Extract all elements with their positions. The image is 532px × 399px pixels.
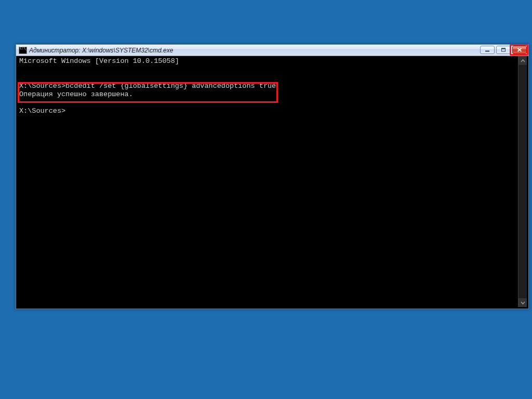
scroll-up-button[interactable]: [518, 56, 527, 65]
console-line: X:\Sources>bcdedit /set {globalsettings}…: [19, 82, 276, 90]
cmd-icon: [19, 47, 27, 54]
chevron-up-icon: [521, 59, 525, 62]
window-buttons: [480, 46, 527, 54]
close-button[interactable]: [512, 46, 527, 54]
console-body: Microsoft Windows [Version 10.0.15058] X…: [18, 56, 527, 307]
console-line: X:\Sources>: [19, 107, 65, 115]
window-title: Администратор: X:\windows\SYSTEM32\cmd.e…: [29, 47, 528, 54]
titlebar[interactable]: Администратор: X:\windows\SYSTEM32\cmd.e…: [16, 45, 528, 56]
close-icon: [517, 48, 522, 52]
minimize-icon: [485, 48, 490, 52]
console-line: Microsoft Windows [Version 10.0.15058]: [19, 57, 179, 65]
chevron-down-icon: [521, 301, 525, 304]
maximize-button[interactable]: [496, 46, 511, 54]
console-output[interactable]: Microsoft Windows [Version 10.0.15058] X…: [18, 56, 518, 307]
console-line: Операция успешно завершена.: [19, 90, 133, 98]
minimize-button[interactable]: [480, 46, 495, 54]
scroll-track[interactable]: [518, 65, 527, 298]
vertical-scrollbar[interactable]: [518, 56, 527, 307]
cmd-window: Администратор: X:\windows\SYSTEM32\cmd.e…: [16, 44, 529, 309]
maximize-icon: [501, 48, 506, 52]
scroll-down-button[interactable]: [518, 298, 527, 307]
